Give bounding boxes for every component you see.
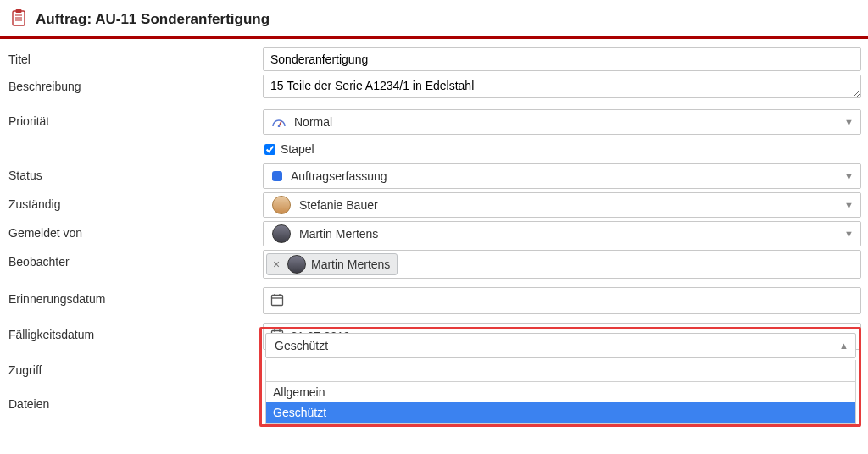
label-dateien: Dateien	[8, 392, 263, 411]
zustaendig-select[interactable]: Stefanie Bauer ▼	[263, 192, 861, 218]
label-prioritaet: Priorität	[8, 109, 263, 128]
gemeldet-von-value: Martin Mertens	[299, 227, 378, 241]
beobachter-multiselect[interactable]: × Martin Mertens	[263, 250, 861, 279]
chevron-down-icon: ▼	[844, 117, 854, 127]
zugriff-search-input[interactable]	[266, 360, 855, 381]
beobachter-chip: × Martin Mertens	[266, 253, 398, 275]
label-zustaendig: Zuständig	[8, 192, 263, 211]
zugriff-search[interactable]	[265, 360, 856, 382]
zugriff-combobox: Geschützt ▲ Allgemein Geschützt	[265, 333, 856, 424]
stapel-checkbox[interactable]	[264, 144, 275, 155]
gemeldet-von-select[interactable]: Martin Mertens ▼	[263, 221, 861, 246]
status-value: Auftragserfassung	[291, 169, 387, 183]
zugriff-option-allgemein[interactable]: Allgemein	[266, 382, 855, 402]
beschreibung-textarea[interactable]: 15 Teile der Serie A1234/1 in Edelstahl	[263, 75, 861, 98]
zugriff-option-geschuetzt[interactable]: Geschützt	[266, 402, 855, 423]
chevron-down-icon: ▼	[844, 200, 854, 210]
label-status: Status	[8, 163, 263, 182]
svg-rect-7	[272, 295, 283, 305]
clipboard-icon	[10, 8, 27, 30]
beobachter-chip-label: Martin Mertens	[311, 257, 390, 271]
label-faelligkeitsdatum: Fälligkeitsdatum	[8, 323, 263, 341]
titel-input[interactable]	[263, 47, 861, 71]
chevron-down-icon: ▼	[844, 171, 854, 181]
label-beschreibung: Beschreibung	[8, 75, 263, 93]
zugriff-select-trigger[interactable]: Geschützt ▲	[265, 333, 856, 358]
prioritaet-select[interactable]: Normal ▼	[263, 109, 861, 135]
stapel-label: Stapel	[281, 142, 314, 156]
stapel-checkbox-wrap[interactable]: Stapel	[263, 138, 861, 160]
avatar	[287, 255, 306, 274]
close-icon[interactable]: ×	[270, 257, 282, 271]
erinnerungsdatum-input[interactable]	[263, 287, 861, 314]
prioritaet-value: Normal	[294, 115, 332, 129]
zugriff-option-list: Allgemein Geschützt	[265, 382, 856, 424]
status-select[interactable]: Auftragserfassung ▼	[263, 163, 861, 189]
chevron-down-icon: ▼	[844, 229, 854, 239]
gauge-icon	[272, 117, 286, 127]
svg-rect-1	[16, 9, 22, 13]
calendar-icon	[270, 293, 284, 309]
label-beobachter: Beobachter	[8, 250, 263, 269]
label-gemeldet-von: Gemeldet von	[8, 221, 263, 240]
label-erinnerungsdatum: Erinnerungsdatum	[8, 287, 263, 306]
status-color-icon	[272, 171, 282, 181]
zustaendig-value: Stefanie Bauer	[299, 198, 378, 212]
chevron-up-icon: ▲	[839, 340, 849, 351]
page-header: Auftrag: AU-11 Sonderanfertigung	[0, 0, 868, 39]
avatar	[272, 196, 291, 214]
avatar	[272, 224, 291, 243]
label-titel: Titel	[8, 47, 263, 66]
page-title: Auftrag: AU-11 Sonderanfertigung	[36, 11, 270, 28]
zugriff-selected-value: Geschützt	[275, 339, 328, 352]
label-zugriff: Zugriff	[8, 358, 263, 377]
